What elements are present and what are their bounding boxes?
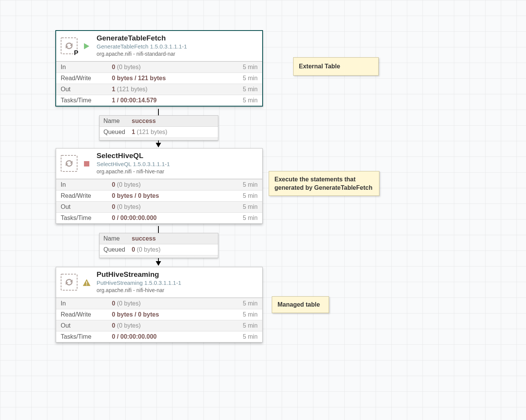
processor-title: SelectHiveQL — [97, 152, 170, 160]
label-execute-statements[interactable]: Execute the statements that generated by… — [269, 171, 379, 196]
processor-put-hive-streaming[interactable]: PutHiveStreaming PutHiveStreaming 1.5.0.… — [56, 267, 263, 342]
svg-rect-5 — [86, 284, 87, 285]
svg-rect-3 — [61, 274, 77, 290]
processor-bundle: org.apache.nifi - nifi-hive-nar — [97, 287, 181, 294]
flow-canvas[interactable]: P GenerateTableFetch GenerateTableFetch … — [0, 0, 526, 420]
warning-icon — [83, 279, 90, 286]
processor-icon — [61, 274, 77, 291]
run-icon — [83, 43, 90, 50]
processor-type: PutHiveStreaming 1.5.0.3.1.1.1-1 — [97, 279, 181, 287]
processor-stats: In0 (0 bytes)5 min Read/Write0 bytes / 1… — [56, 61, 262, 106]
processor-icon: P — [61, 37, 77, 54]
label-external-table[interactable]: External Table — [293, 57, 379, 76]
processor-icon — [61, 155, 77, 172]
connection-success[interactable]: Namesuccess Queued0 (0 bytes) — [99, 233, 218, 258]
processor-select-hiveql[interactable]: SelectHiveQL SelectHiveQL 1.5.0.3.1.1.1-… — [56, 148, 263, 224]
primary-node-badge: P — [73, 50, 79, 56]
stop-icon — [83, 161, 90, 167]
svg-rect-1 — [61, 155, 77, 171]
label-managed-table[interactable]: Managed table — [272, 296, 329, 313]
processor-type: GenerateTableFetch 1.5.0.3.1.1.1-1 — [97, 43, 187, 50]
processor-bundle: org.apache.nifi - nifi-hive-nar — [97, 168, 170, 175]
processor-type: SelectHiveQL 1.5.0.3.1.1.1-1 — [97, 161, 170, 168]
svg-rect-2 — [84, 161, 89, 166]
processor-stats: In0 (0 bytes)5 min Read/Write0 bytes / 0… — [56, 298, 262, 342]
processor-bundle: org.apache.nifi - nifi-standard-nar — [97, 51, 187, 58]
svg-rect-4 — [86, 281, 87, 284]
connection-success[interactable]: Namesuccess Queued1 (121 bytes) — [99, 115, 218, 141]
processor-generate-table-fetch[interactable]: P GenerateTableFetch GenerateTableFetch … — [56, 31, 263, 106]
processor-title: GenerateTableFetch — [97, 34, 187, 42]
processor-stats: In0 (0 bytes)5 min Read/Write0 bytes / 0… — [56, 179, 262, 223]
processor-title: PutHiveStreaming — [97, 270, 181, 279]
